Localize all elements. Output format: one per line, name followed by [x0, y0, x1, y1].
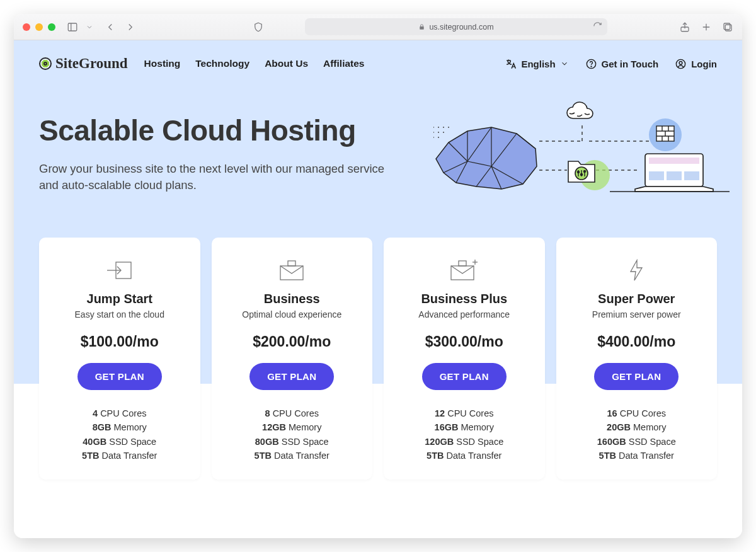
svg-point-37 [438, 137, 439, 138]
sidebar-toggle-icon[interactable] [67, 21, 78, 33]
spec-row: 160GB SSD Space [568, 435, 706, 449]
plan-price: $200.00/mo [223, 333, 362, 350]
lock-icon [418, 23, 425, 30]
plan-name: Super Power [568, 292, 706, 306]
svg-point-41 [578, 171, 580, 173]
spec-row: 5TB Data Transfer [50, 449, 189, 463]
plan-price: $100.00/mo [50, 333, 189, 350]
spec-row: 8GB Memory [50, 420, 189, 434]
svg-point-31 [443, 127, 444, 128]
get-plan-button[interactable]: GET PLAN [594, 363, 679, 390]
address-bar[interactable]: us.siteground.com [305, 18, 607, 35]
chevron-down-icon[interactable] [86, 21, 93, 33]
browser-window: us.siteground.com SiteGround Hosting Tec… [14, 14, 742, 538]
nav-link-hosting[interactable]: Hosting [144, 58, 181, 69]
plan-tagline: Premium server power [568, 309, 706, 319]
share-icon[interactable] [679, 21, 690, 33]
svg-point-45 [584, 171, 586, 173]
maximize-window-button[interactable] [48, 23, 55, 31]
svg-point-9 [677, 59, 685, 68]
login-link[interactable]: Login [675, 58, 717, 70]
plan-icon-lightning [568, 259, 706, 282]
page-content: SiteGround Hosting Technology About Us A… [14, 40, 742, 538]
spec-row: 5TB Data Transfer [223, 449, 362, 463]
plan-specs: 8 CPU Cores 12GB Memory 80GB SSD Space 5… [223, 406, 362, 463]
plan-price: $400.00/mo [568, 333, 706, 350]
login-label: Login [691, 59, 717, 69]
plan-icon-briefcase-plus [395, 259, 534, 282]
nav-forward-icon[interactable] [125, 21, 136, 33]
tabs-overview-icon[interactable] [722, 21, 733, 33]
get-in-touch-link[interactable]: Get in Touch [585, 58, 659, 70]
reload-icon[interactable] [593, 21, 602, 31]
new-tab-icon[interactable] [701, 21, 712, 33]
svg-rect-56 [649, 158, 699, 164]
svg-rect-66 [459, 261, 466, 266]
plan-card-business-plus: Business Plus Advanced performance $300.… [384, 238, 545, 480]
svg-point-10 [679, 61, 682, 64]
nav-link-about[interactable]: About Us [265, 58, 308, 69]
spec-row: 16GB Memory [395, 420, 534, 434]
get-plan-button[interactable]: GET PLAN [422, 363, 507, 390]
plan-name: Jump Start [50, 292, 189, 306]
contact-label: Get in Touch [602, 59, 659, 69]
brand-logo[interactable]: SiteGround [39, 55, 128, 72]
spec-row: 12GB Memory [223, 420, 362, 434]
svg-point-34 [438, 132, 439, 133]
get-plan-button[interactable]: GET PLAN [77, 363, 162, 390]
svg-rect-58 [667, 171, 682, 180]
url-text: us.siteground.com [429, 23, 493, 32]
plan-tagline: Optimal cloud experience [223, 309, 362, 319]
spec-row: 20GB Memory [568, 420, 706, 434]
plan-name: Business Plus [395, 292, 534, 306]
nav-link-technology[interactable]: Technology [195, 58, 249, 69]
translate-icon [505, 58, 517, 70]
svg-rect-64 [288, 261, 295, 266]
svg-rect-57 [649, 171, 664, 180]
hero: Scalable Cloud Hosting Grow your busines… [39, 87, 717, 200]
hero-title: Scalable Cloud Hosting [39, 113, 419, 148]
browser-chrome: us.siteground.com [14, 14, 742, 40]
minimize-window-button[interactable] [35, 23, 43, 31]
plan-tagline: Advanced performance [395, 309, 534, 319]
svg-point-35 [443, 132, 444, 133]
svg-rect-6 [724, 23, 730, 30]
svg-rect-59 [684, 171, 699, 180]
chevron-down-icon [560, 59, 569, 68]
privacy-shield-icon[interactable] [253, 21, 264, 33]
close-window-button[interactable] [23, 23, 30, 31]
hero-illustration [419, 113, 717, 193]
spec-row: 80GB SSD Space [223, 435, 362, 449]
help-icon [585, 58, 597, 70]
nav-back-icon[interactable] [105, 21, 116, 33]
plan-name: Business [223, 292, 362, 306]
plan-specs: 4 CPU Cores 8GB Memory 40GB SSD Space 5T… [50, 406, 189, 463]
svg-point-36 [433, 137, 434, 138]
user-icon [675, 58, 687, 70]
plan-card-super-power: Super Power Premium server power $400.00… [556, 238, 718, 480]
spec-row: 120GB SSD Space [395, 435, 534, 449]
svg-marker-16 [436, 127, 537, 189]
spec-row: 5TB Data Transfer [568, 449, 706, 463]
hero-subtitle: Grow your business site to the next leve… [39, 161, 392, 193]
plan-specs: 16 CPU Cores 20GB Memory 160GB SSD Space… [568, 406, 706, 463]
brand-name: SiteGround [55, 55, 128, 72]
plan-card-jumpstart: Jump Start Easy start on the cloud $100.… [39, 238, 200, 480]
language-label: English [521, 59, 555, 69]
pricing-plans: Jump Start Easy start on the cloud $100.… [39, 238, 717, 480]
language-selector[interactable]: English [505, 58, 568, 70]
svg-point-8 [591, 66, 592, 66]
svg-point-29 [433, 127, 434, 128]
svg-point-30 [438, 127, 439, 128]
svg-point-33 [433, 132, 434, 133]
svg-point-32 [448, 127, 449, 128]
spec-row: 5TB Data Transfer [395, 449, 534, 463]
window-controls [23, 23, 55, 31]
plan-tagline: Easy start on the cloud [50, 309, 189, 319]
brand-logo-mark [39, 57, 52, 70]
get-plan-button[interactable]: GET PLAN [249, 363, 334, 390]
plan-price: $300.00/mo [395, 333, 534, 350]
svg-rect-0 [68, 23, 77, 31]
nav-link-affiliates[interactable]: Affiliates [323, 58, 364, 69]
spec-row: 8 CPU Cores [223, 406, 362, 420]
